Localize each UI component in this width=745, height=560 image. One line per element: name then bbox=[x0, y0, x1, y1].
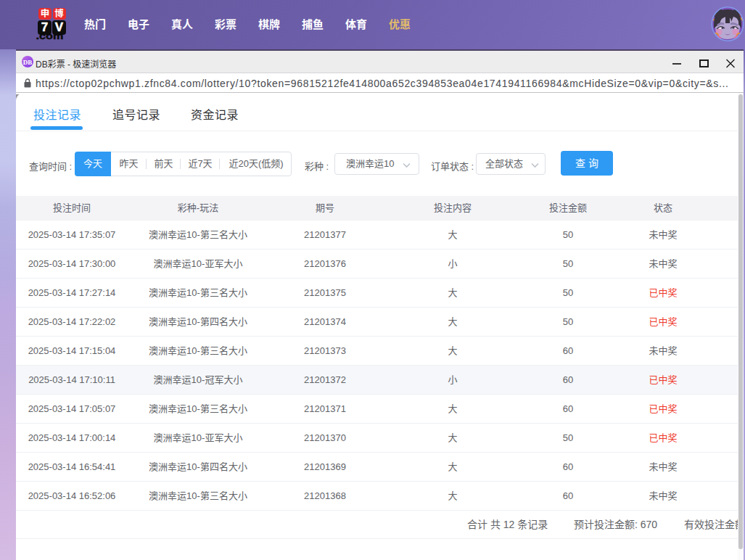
svg-text:DB: DB bbox=[23, 59, 33, 66]
